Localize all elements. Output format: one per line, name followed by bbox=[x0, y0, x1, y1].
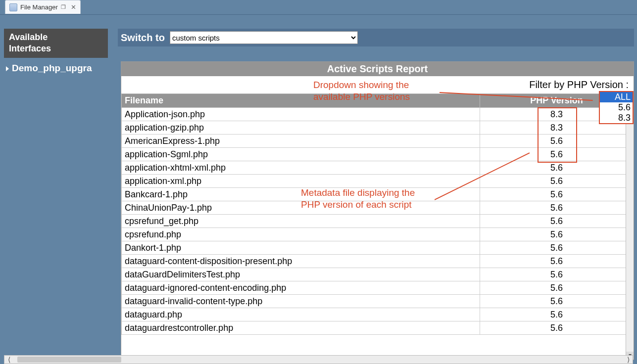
table-row[interactable]: application-gzip.php8.3 bbox=[122, 121, 634, 135]
cell-filename: application-xhtml-xml.php bbox=[122, 161, 480, 175]
sidebar-header-l2: Interfaces bbox=[9, 44, 51, 53]
php-version-dropdown[interactable]: ALL5.68.3 bbox=[599, 91, 634, 124]
cell-filename: dataguard-ignored-content-encoding.php bbox=[122, 281, 480, 295]
table-row[interactable]: dataguard-invalid-content-type.php5.6 bbox=[122, 295, 634, 308]
switch-row: Switch to custom scripts bbox=[118, 29, 634, 46]
cell-filename: cpsrefund.php bbox=[122, 228, 480, 241]
cell-version: 5.6 bbox=[480, 161, 634, 175]
dropdown-option[interactable]: ALL bbox=[600, 92, 633, 102]
cell-filename: dataguardrestcontroller.php bbox=[122, 321, 480, 335]
cell-filename: Application-json.php bbox=[122, 108, 480, 121]
tree-item-demo[interactable]: Demo_php_upgra bbox=[4, 58, 108, 74]
vertical-scrollbar[interactable]: ▴ ▾ bbox=[626, 94, 634, 360]
cell-version: 5.6 bbox=[480, 148, 634, 161]
cell-filename: dataguard-content-disposition-present.ph… bbox=[122, 255, 480, 268]
content: Switch to custom scripts Active Scripts … bbox=[118, 29, 634, 360]
table-row[interactable]: Application-json.php8.3 bbox=[122, 108, 634, 121]
tab-file-manager[interactable]: File Manager ❐ ✕ bbox=[5, 0, 81, 14]
col-filename[interactable]: Filename bbox=[122, 94, 480, 108]
cell-filename: dataGuardDelimitersTest.php bbox=[122, 268, 480, 281]
sidebar-header-l1: Available bbox=[9, 32, 48, 42]
horizontal-scrollbar[interactable]: ⟨ ⟩ bbox=[4, 355, 633, 364]
filter-label: Filter by PHP Version : bbox=[529, 79, 629, 90]
scroll-right-icon[interactable]: ⟩ bbox=[624, 356, 633, 364]
cell-filename: dataguard-invalid-content-type.php bbox=[122, 295, 480, 308]
table-row[interactable]: dataGuardDelimitersTest.php5.6 bbox=[122, 268, 634, 281]
cell-filename: application-gzip.php bbox=[122, 121, 480, 135]
table-row[interactable]: ChinaUnionPay-1.php5.6 bbox=[122, 201, 634, 215]
scroll-thumb[interactable] bbox=[17, 357, 121, 363]
table-row[interactable]: Bankcard-1.php5.6 bbox=[122, 188, 634, 201]
cell-version: 5.6 bbox=[480, 228, 634, 241]
table-row[interactable]: dataguard-content-disposition-present.ph… bbox=[122, 255, 634, 268]
report-title: Active Scripts Report bbox=[121, 62, 634, 76]
table-row[interactable]: AmericanExpress-1.php5.6 bbox=[122, 135, 634, 148]
cell-version: 5.6 bbox=[480, 201, 634, 215]
cell-filename: AmericanExpress-1.php bbox=[122, 135, 480, 148]
table-row[interactable]: dataguard.php5.6 bbox=[122, 308, 634, 321]
report-area: Active Scripts Report Filter by PHP Vers… bbox=[121, 61, 634, 360]
table-row[interactable]: application-xhtml-xml.php5.6 bbox=[122, 161, 634, 175]
cell-filename: ChinaUnionPay-1.php bbox=[122, 201, 480, 215]
cell-filename: application-xml.php bbox=[122, 175, 480, 188]
switch-select[interactable]: custom scripts bbox=[170, 31, 358, 44]
table-row[interactable]: dataguard-ignored-content-encoding.php5.… bbox=[122, 281, 634, 295]
chevron-right-icon bbox=[6, 66, 9, 71]
scroll-left-icon[interactable]: ⟨ bbox=[4, 356, 13, 364]
cell-version: 5.6 bbox=[480, 295, 634, 308]
cell-version: 5.6 bbox=[480, 175, 634, 188]
cell-version: 5.6 bbox=[480, 268, 634, 281]
cell-version: 5.6 bbox=[480, 188, 634, 201]
table-row[interactable]: cpsrefund_get.php5.6 bbox=[122, 215, 634, 228]
restore-icon[interactable]: ❐ bbox=[61, 4, 66, 10]
cell-filename: dataguard.php bbox=[122, 308, 480, 321]
table-row[interactable]: dataguardrestcontroller.php5.6 bbox=[122, 321, 634, 335]
sidebar-header: Available Interfaces bbox=[4, 29, 108, 58]
cell-version: 5.6 bbox=[480, 135, 634, 148]
table-row[interactable]: cpsrefund.php5.6 bbox=[122, 228, 634, 241]
table-row[interactable]: application-xml.php5.6 bbox=[122, 175, 634, 188]
dropdown-option[interactable]: 8.3 bbox=[600, 113, 633, 123]
cell-filename: application-Sgml.php bbox=[122, 148, 480, 161]
sidebar: Available Interfaces Demo_php_upgra bbox=[4, 29, 108, 74]
cell-version: 5.6 bbox=[480, 241, 634, 255]
dropdown-option[interactable]: 5.6 bbox=[600, 102, 633, 113]
file-manager-icon bbox=[9, 3, 17, 11]
tab-title: File Manager bbox=[20, 3, 58, 11]
cell-filename: Dankort-1.php bbox=[122, 241, 480, 255]
switch-label: Switch to bbox=[121, 32, 165, 44]
cell-version: 5.6 bbox=[480, 281, 634, 295]
cell-version: 5.6 bbox=[480, 308, 634, 321]
cell-filename: Bankcard-1.php bbox=[122, 188, 480, 201]
report-table: Filename PHP Version Application-json.ph… bbox=[121, 93, 634, 335]
close-icon[interactable]: ✕ bbox=[71, 3, 76, 11]
table-row[interactable]: application-Sgml.php5.6 bbox=[122, 148, 634, 161]
cell-version: 5.6 bbox=[480, 215, 634, 228]
cell-filename: cpsrefund_get.php bbox=[122, 215, 480, 228]
cell-version: 5.6 bbox=[480, 255, 634, 268]
tab-bar: File Manager ❐ ✕ bbox=[0, 0, 637, 15]
cell-version: 5.6 bbox=[480, 321, 634, 335]
tree-item-label: Demo_php_upgra bbox=[12, 63, 92, 73]
filter-row: Filter by PHP Version : ALL5.68.3 bbox=[121, 76, 634, 93]
table-row[interactable]: Dankort-1.php5.6 bbox=[122, 241, 634, 255]
